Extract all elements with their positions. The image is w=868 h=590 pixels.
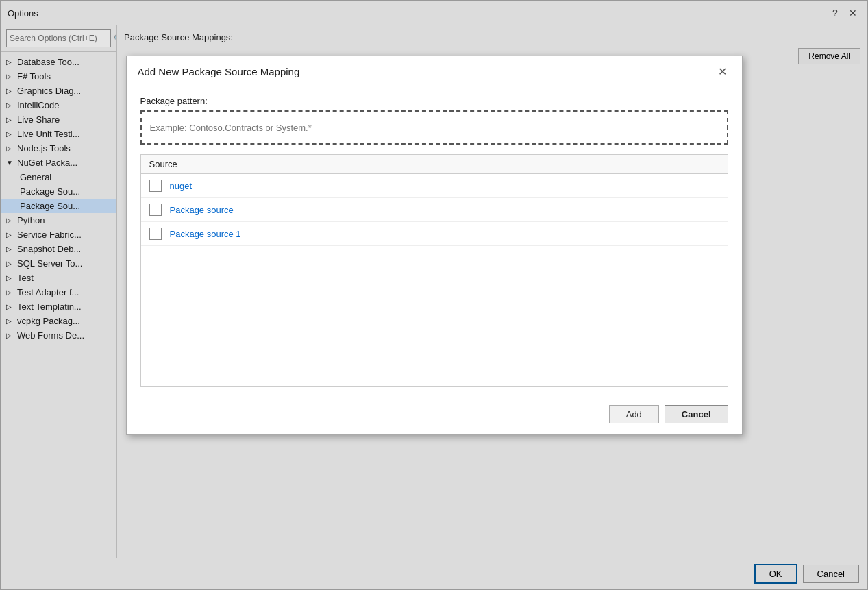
modal-titlebar: Add New Package Source Mapping ✕ <box>127 56 742 85</box>
modal-footer: Add Cancel <box>127 398 742 434</box>
options-window: Options ? ✕ 🔍 ▷ Database Too... <box>0 0 868 590</box>
pattern-field-label: Package pattern: <box>140 96 728 106</box>
modal-cancel-button[interactable]: Cancel <box>665 405 728 423</box>
table-row: Package source 1 <box>141 222 728 246</box>
source-column-header: Source <box>141 155 449 173</box>
source-name-package-source[interactable]: Package source <box>170 205 234 215</box>
add-mapping-modal: Add New Package Source Mapping ✕ Package… <box>126 56 743 435</box>
sources-table-header: Source <box>141 155 728 174</box>
sources-table: Source nuget Package source <box>140 154 728 387</box>
pattern-input[interactable] <box>140 110 728 145</box>
modal-body: Package pattern: Source nuget <box>127 85 742 398</box>
modal-add-button[interactable]: Add <box>609 405 659 423</box>
source-column-header-2 <box>449 155 728 173</box>
source-checkbox-package-source[interactable] <box>149 204 162 216</box>
sources-table-body: nuget Package source Package source 1 <box>141 174 728 386</box>
source-checkbox-nuget[interactable] <box>149 180 162 192</box>
table-row: nuget <box>141 174 728 198</box>
source-name-nuget[interactable]: nuget <box>170 181 193 191</box>
table-row: Package source <box>141 198 728 222</box>
modal-title: Add New Package Source Mapping <box>138 66 300 77</box>
source-name-package-source-1[interactable]: Package source 1 <box>170 229 241 239</box>
source-checkbox-package-source-1[interactable] <box>149 228 162 240</box>
modal-overlay: Add New Package Source Mapping ✕ Package… <box>1 1 867 589</box>
pattern-field: Package pattern: <box>140 96 728 145</box>
modal-close-button[interactable]: ✕ <box>715 63 731 79</box>
